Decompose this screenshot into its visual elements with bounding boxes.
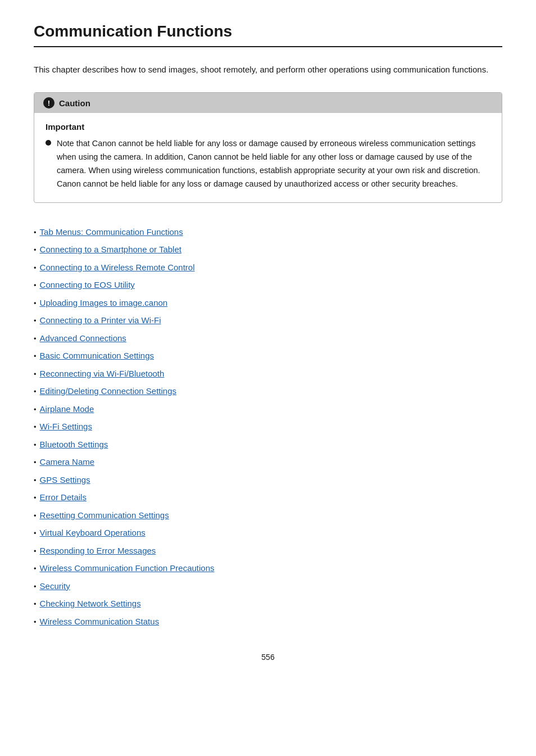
page-title: Communication Functions: [34, 22, 502, 47]
toc-bullet: •: [34, 297, 37, 310]
toc-bullet: •: [34, 262, 37, 274]
toc-link[interactable]: Uploading Images to image.canon: [40, 296, 168, 310]
toc-link[interactable]: Airplane Mode: [40, 402, 94, 417]
toc-item: •Basic Communication Settings: [34, 347, 502, 365]
toc-link[interactable]: Tab Menus: Communication Functions: [40, 225, 183, 239]
toc-link[interactable]: Wi-Fi Settings: [40, 419, 92, 434]
toc-item: •Virtual Keyboard Operations: [34, 524, 502, 542]
caution-item-text: Note that Canon cannot be held liable fo…: [57, 137, 490, 191]
toc-bullet: •: [34, 350, 37, 363]
toc-link[interactable]: Basic Communication Settings: [40, 348, 154, 363]
toc-link[interactable]: Wireless Communication Function Precauti…: [40, 561, 215, 576]
toc-bullet: •: [34, 404, 37, 416]
toc-link[interactable]: Wireless Communication Status: [40, 614, 160, 629]
toc-item: •Connecting to EOS Utility: [34, 276, 502, 294]
toc-item: •Security: [34, 577, 502, 595]
toc-link[interactable]: Virtual Keyboard Operations: [40, 526, 146, 540]
toc-bullet: •: [34, 527, 37, 540]
toc-item: •Connecting to a Wireless Remote Control: [34, 259, 502, 277]
toc-bullet: •: [34, 439, 37, 451]
toc-bullet: •: [34, 244, 37, 256]
toc-link[interactable]: Bluetooth Settings: [40, 437, 108, 452]
caution-title: Caution: [59, 98, 90, 108]
toc-item: •Reconnecting via Wi-Fi/Bluetooth: [34, 365, 502, 383]
toc-item: •Advanced Connections: [34, 329, 502, 347]
caution-header: ! Caution: [34, 93, 502, 113]
toc-item: •Wireless Communication Function Precaut…: [34, 559, 502, 577]
caution-icon: !: [43, 97, 54, 108]
toc-item: •Resetting Communication Settings: [34, 506, 502, 524]
caution-body: Important Note that Canon cannot be held…: [34, 113, 502, 202]
toc-bullet: •: [34, 563, 37, 575]
toc-link[interactable]: Advanced Connections: [40, 331, 126, 346]
caution-important-label: Important: [46, 122, 490, 132]
toc-item: •Connecting to a Printer via Wi-Fi: [34, 311, 502, 329]
toc-item: •Airplane Mode: [34, 400, 502, 418]
toc-item: •Error Details: [34, 488, 502, 506]
toc-link[interactable]: Connecting to a Wireless Remote Control: [40, 260, 195, 275]
toc-link[interactable]: Reconnecting via Wi-Fi/Bluetooth: [40, 366, 165, 381]
toc-bullet: •: [34, 492, 37, 504]
toc-bullet: •: [34, 333, 37, 345]
toc-link[interactable]: GPS Settings: [40, 473, 90, 487]
caution-item: Note that Canon cannot be held liable fo…: [46, 137, 490, 191]
toc-list: •Tab Menus: Communication Functions•Conn…: [34, 223, 502, 631]
toc-item: •GPS Settings: [34, 471, 502, 489]
toc-link[interactable]: Connecting to EOS Utility: [40, 278, 135, 292]
toc-item: •Wi-Fi Settings: [34, 418, 502, 436]
intro-paragraph: This chapter describes how to send image…: [34, 63, 502, 76]
toc-link[interactable]: Connecting to a Printer via Wi-Fi: [40, 313, 161, 328]
toc-bullet: •: [34, 510, 37, 522]
toc-bullet: •: [34, 227, 37, 239]
toc-link[interactable]: Responding to Error Messages: [40, 544, 156, 558]
toc-bullet: •: [34, 616, 37, 628]
toc-bullet: •: [34, 368, 37, 381]
toc-item: •Editing/Deleting Connection Settings: [34, 382, 502, 400]
toc-bullet: •: [34, 545, 37, 558]
toc-item: •Uploading Images to image.canon: [34, 294, 502, 312]
toc-link[interactable]: Editing/Deleting Connection Settings: [40, 384, 177, 399]
toc-item: •Camera Name: [34, 453, 502, 471]
page-number: 556: [34, 653, 502, 662]
toc-item: •Responding to Error Messages: [34, 542, 502, 560]
toc-bullet: •: [34, 315, 37, 327]
toc-item: •Checking Network Settings: [34, 595, 502, 613]
toc-link[interactable]: Camera Name: [40, 455, 95, 469]
toc-link[interactable]: Connecting to a Smartphone or Tablet: [40, 242, 181, 257]
caution-box: ! Caution Important Note that Canon cann…: [34, 92, 502, 203]
toc-link[interactable]: Checking Network Settings: [40, 596, 141, 611]
toc-bullet: •: [34, 279, 37, 292]
toc-link[interactable]: Error Details: [40, 490, 87, 505]
toc-bullet: •: [34, 474, 37, 487]
toc-link[interactable]: Security: [40, 579, 70, 594]
toc-item: •Bluetooth Settings: [34, 436, 502, 454]
toc-link[interactable]: Resetting Communication Settings: [40, 508, 169, 523]
toc-bullet: •: [34, 598, 37, 610]
toc-item: •Wireless Communication Status: [34, 613, 502, 631]
caution-list: Note that Canon cannot be held liable fo…: [46, 137, 490, 191]
toc-item: •Connecting to a Smartphone or Tablet: [34, 241, 502, 259]
toc-bullet: •: [34, 421, 37, 433]
toc-bullet: •: [34, 456, 37, 469]
toc-bullet: •: [34, 581, 37, 593]
toc-bullet: •: [34, 386, 37, 398]
toc-item: •Tab Menus: Communication Functions: [34, 223, 502, 241]
caution-bullet: [46, 140, 51, 146]
